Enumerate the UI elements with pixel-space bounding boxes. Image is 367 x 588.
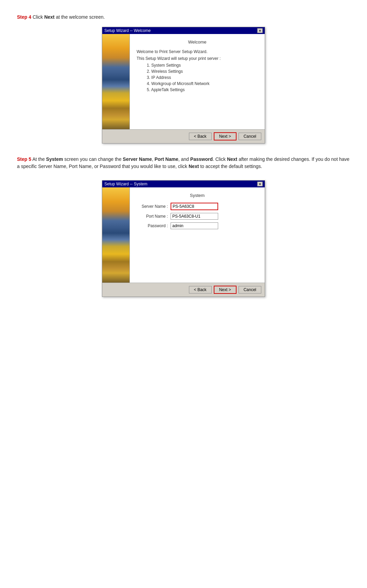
dialog1-content: Welcome Welcome to Print Server Setup Wi… (129, 34, 265, 129)
dialog2-window: Setup Wizard -- System × System Server N… (102, 180, 265, 297)
dialog1-list: 1. System Settings 2. Wireless Settings … (147, 63, 258, 92)
step5-bold2: Server Name (123, 156, 152, 162)
step5-text7: to accept the default settings. (199, 164, 262, 169)
dialog1-line2: This Setup Wizard will setup your print … (137, 56, 258, 61)
port-name-label: Port Name : (137, 214, 171, 219)
step4-label: Step 4 (17, 14, 31, 20)
step5-bold6: Next (189, 164, 199, 169)
dialog2-next-button[interactable]: Next > (214, 286, 237, 294)
step5-bold4: Password (190, 156, 213, 162)
step4-text1: Click (31, 14, 44, 20)
password-row: Password : (137, 222, 258, 229)
list-item: 1. System Settings (147, 63, 258, 68)
step4-text: Step 4 Click Next at the welcome screen. (17, 14, 350, 21)
dialog1-content-title: Welcome (137, 39, 258, 45)
server-name-label: Server Name : (137, 204, 171, 209)
dialog2-content: System Server Name : Port Name : Passwor… (129, 187, 265, 283)
dialog1-titlebar: Setup Wizard -- Welcome × (102, 27, 265, 34)
step5-bold1: System (46, 156, 63, 162)
step5-text4: , and (178, 156, 190, 162)
server-name-row: Server Name : (137, 203, 258, 210)
dialog2-title: Setup Wizard -- System (104, 182, 147, 186)
list-item: 3. IP Address (147, 75, 258, 80)
port-name-row: Port Name : (137, 213, 258, 220)
step5-label: Step 5 (17, 156, 31, 162)
list-item: 4. Workgroup of Microsoft Network (147, 81, 258, 86)
password-input[interactable] (171, 222, 218, 229)
dialog2-cancel-button[interactable]: Cancel (239, 286, 261, 293)
dialog1-footer: < Back Next > Cancel (102, 129, 265, 143)
dialog2-body: System Server Name : Port Name : Passwor… (102, 187, 265, 283)
dialog2-back-button[interactable]: < Back (189, 286, 212, 293)
dialog1-close-button[interactable]: × (257, 28, 263, 33)
dialog2-content-title: System (137, 193, 258, 198)
password-label: Password : (137, 223, 171, 228)
step5-text5: . Click (213, 156, 227, 162)
dialog1-back-button[interactable]: < Back (189, 133, 212, 140)
dialog1-next-button[interactable]: Next > (214, 132, 237, 140)
dialog1-body: Welcome Welcome to Print Server Setup Wi… (102, 34, 265, 129)
dialog2-footer: < Back Next > Cancel (102, 283, 265, 297)
step5-text: Step 5 At the System screen you can chan… (17, 156, 350, 170)
dialog1-cancel-button[interactable]: Cancel (239, 133, 261, 140)
dialog1-line1: Welcome to Print Server Setup Wizard. (137, 49, 258, 54)
dialog2-sidebar-image (102, 187, 129, 283)
step4-text2: at the welcome screen. (55, 14, 105, 20)
server-name-input[interactable] (171, 203, 218, 210)
dialog2-close-button[interactable]: × (257, 182, 263, 186)
step4-bold1: Next (44, 14, 54, 20)
list-item: 5. AppleTalk Settings (147, 87, 258, 92)
port-name-input[interactable] (171, 213, 218, 220)
dialog1-window: Setup Wizard -- Welcome × Welcome Welcom… (102, 27, 265, 144)
dialog2-titlebar: Setup Wizard -- System × (102, 181, 265, 187)
list-item: 2. Wireless Settings (147, 69, 258, 74)
dialog1-sidebar-image (102, 34, 129, 129)
step5-text3: , (152, 156, 155, 162)
dialog1-title: Setup Wizard -- Welcome (104, 28, 151, 33)
step5-text1: At the (31, 156, 46, 162)
step5-bold3: Port Name (155, 156, 178, 162)
step5-text2: screen you can change the (63, 156, 123, 162)
step5-bold5: Next (227, 156, 237, 162)
